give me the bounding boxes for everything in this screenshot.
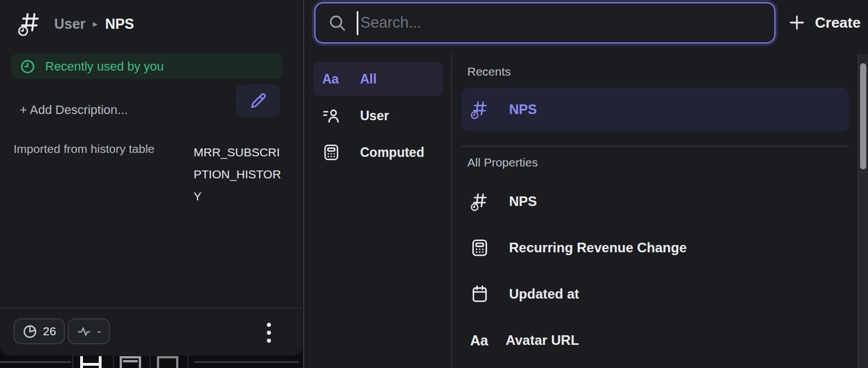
text-cursor	[357, 11, 358, 35]
calculator-icon	[322, 143, 348, 161]
number-property-clock-icon	[470, 191, 496, 212]
pencil-icon	[248, 91, 268, 111]
all-properties-header: All Properties	[467, 156, 849, 172]
background-box-icon	[120, 356, 141, 368]
tab-user[interactable]: User	[313, 99, 443, 133]
imported-table-value: MRR_SUBSCRIPTION_HISTORY	[194, 141, 284, 207]
search-placeholder: Search...	[361, 14, 422, 32]
property-item-updated-at[interactable]: Updated at	[462, 271, 849, 317]
trend-value: -	[97, 325, 101, 338]
background-box-icon	[157, 356, 178, 368]
search-input[interactable]: Search...	[314, 2, 775, 43]
create-button[interactable]: Create	[788, 9, 861, 36]
property-item-recurring-revenue-change[interactable]: Recurring Revenue Change	[462, 225, 849, 271]
property-item-label: Updated at	[509, 286, 579, 302]
search-icon	[328, 14, 347, 33]
property-item-label: Recurring Revenue Change	[509, 240, 687, 256]
property-item-avatar-url[interactable]: Aa Avatar URL	[462, 317, 849, 363]
text-type-icon: Aa	[322, 72, 348, 87]
recently-used-label: Recently used by you	[45, 59, 164, 74]
property-picker-modal: Search... Create Aa All	[304, 0, 868, 368]
chart-count-button[interactable]: 26	[14, 318, 65, 344]
tab-user-label: User	[360, 108, 389, 124]
property-item-label: Avatar URL	[506, 332, 579, 348]
scrollbar-track[interactable]	[858, 54, 868, 368]
picker-body: Aa All User	[304, 54, 857, 368]
scrollbar-thumb[interactable]	[860, 63, 866, 169]
property-details-panel: User ▸ NPS Recently used by you + Add De…	[0, 0, 303, 356]
property-list: Recents NPS	[462, 54, 849, 363]
background-line	[0, 361, 71, 363]
column-divider	[451, 54, 452, 368]
breadcrumb: User ▸ NPS	[54, 16, 134, 32]
tab-all[interactable]: Aa All	[313, 62, 443, 96]
filter-tabs: Aa All User	[313, 62, 443, 172]
panel-header: User ▸ NPS	[17, 10, 134, 37]
more-options-button[interactable]	[262, 321, 275, 344]
pie-chart-icon	[23, 324, 37, 339]
recently-used-badge: Recently used by you	[11, 54, 282, 79]
imported-from-label: Imported from history table	[14, 142, 155, 156]
recent-property-label: NPS	[509, 102, 537, 117]
recent-property-nps[interactable]: NPS	[462, 87, 849, 132]
chart-count-value: 26	[43, 325, 56, 338]
breadcrumb-separator-icon: ▸	[93, 18, 98, 30]
calculator-icon	[470, 238, 496, 257]
trend-button[interactable]: -	[68, 318, 110, 344]
activity-pulse-icon	[77, 324, 91, 339]
clock-icon	[20, 59, 36, 75]
number-property-clock-icon	[17, 10, 43, 37]
number-property-clock-icon	[470, 99, 496, 120]
panel-footer: 26 -	[0, 309, 303, 356]
tab-all-label: All	[360, 72, 376, 87]
screen: User ▸ NPS Recently used by you + Add De…	[0, 0, 868, 368]
tab-computed-label: Computed	[360, 145, 424, 160]
create-button-label: Create	[815, 14, 861, 32]
property-item-nps[interactable]: NPS	[462, 178, 849, 225]
section-divider	[462, 146, 849, 147]
calendar-icon	[470, 284, 496, 304]
edit-description-button[interactable]	[236, 85, 280, 117]
all-properties-list: NPS Recurring Revenue Change	[462, 178, 849, 363]
user-list-icon	[322, 107, 348, 125]
property-item-label: NPS	[509, 194, 537, 209]
breadcrumb-parent[interactable]: User	[54, 16, 86, 32]
recents-header: Recents	[467, 65, 849, 81]
text-type-icon: Aa	[470, 332, 493, 349]
tab-computed[interactable]: Computed	[313, 135, 443, 169]
plus-icon	[788, 14, 805, 31]
breadcrumb-current: NPS	[105, 16, 134, 32]
background-table-icon	[80, 356, 102, 368]
background-line	[194, 361, 299, 363]
add-description-button[interactable]: + Add Description...	[20, 103, 128, 117]
